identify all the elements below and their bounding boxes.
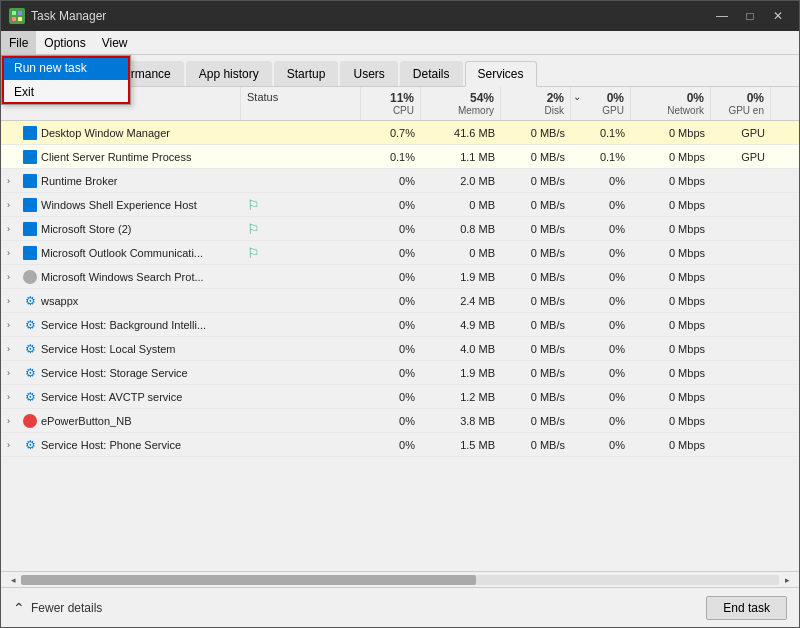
status-dot: ⚐ [247, 221, 260, 237]
fewer-details-button[interactable]: ⌃ Fewer details [13, 600, 102, 616]
table-row[interactable]: › Microsoft Windows Search Prot... 0% 1.… [1, 265, 799, 289]
process-memory: 1.9 MB [421, 367, 501, 379]
col-disk-label: Disk [545, 105, 564, 116]
table-row[interactable]: › ePowerButton_NB 0% 3.8 MB 0 MB/s 0% 0 … [1, 409, 799, 433]
fewer-details-label: Fewer details [31, 601, 102, 615]
tab-users[interactable]: Users [340, 61, 397, 86]
col-cpu[interactable]: 11% CPU [361, 87, 421, 120]
process-cpu: 0% [361, 199, 421, 211]
process-icon [23, 126, 37, 140]
process-memory: 4.0 MB [421, 343, 501, 355]
chevron-up-icon: ⌃ [13, 600, 25, 616]
table-row[interactable]: Client Server Runtime Process 0.1% 1.1 M… [1, 145, 799, 169]
table-row[interactable]: › Microsoft Store (2) ⚐ 0% 0.8 MB 0 MB/s… [1, 217, 799, 241]
process-icon: ⚙ [23, 438, 37, 452]
tab-services[interactable]: Services [465, 61, 537, 87]
svg-rect-2 [12, 17, 16, 21]
process-icon: ⚙ [23, 294, 37, 308]
table-row[interactable]: Desktop Window Manager 0.7% 41.6 MB 0 MB… [1, 121, 799, 145]
col-gpuen[interactable]: 0% GPU en [711, 87, 771, 120]
process-name: Desktop Window Manager [1, 126, 241, 140]
process-gpu: 0.1% [571, 151, 631, 163]
run-new-task-item[interactable]: Run new task [2, 56, 130, 80]
process-cpu: 0% [361, 175, 421, 187]
tab-app-history[interactable]: App history [186, 61, 272, 86]
end-task-button[interactable]: End task [706, 596, 787, 620]
process-gpu: 0% [571, 415, 631, 427]
process-network: 0 Mbps [631, 439, 711, 451]
process-disk: 0 MB/s [501, 271, 571, 283]
exit-item[interactable]: Exit [2, 80, 130, 104]
col-network-pct: 0% [687, 91, 704, 105]
process-icon [23, 270, 37, 284]
app-icon [9, 8, 25, 24]
process-icon: ⚙ [23, 342, 37, 356]
process-network: 0 Mbps [631, 199, 711, 211]
status-dot: ⚐ [247, 245, 260, 261]
process-gpu: 0% [571, 367, 631, 379]
process-cpu: 0% [361, 319, 421, 331]
process-gpu: 0% [571, 343, 631, 355]
process-cpu: 0% [361, 391, 421, 403]
table-row[interactable]: › Microsoft Outlook Communicati... ⚐ 0% … [1, 241, 799, 265]
col-gpu[interactable]: ⌄ 0% GPU [571, 87, 631, 120]
process-memory: 2.0 MB [421, 175, 501, 187]
process-name: › ePowerButton_NB [1, 414, 241, 428]
process-network: 0 Mbps [631, 223, 711, 235]
status-dot: ⚐ [247, 197, 260, 213]
minimize-button[interactable]: — [709, 6, 735, 26]
col-memory[interactable]: 54% Memory [421, 87, 501, 120]
col-network[interactable]: 0% Network [631, 87, 711, 120]
col-status[interactable]: Status [241, 87, 361, 120]
expand-icon: › [7, 368, 19, 378]
process-icon: ⚙ [23, 318, 37, 332]
process-cpu: 0% [361, 223, 421, 235]
col-memory-pct: 54% [470, 91, 494, 105]
process-network: 0 Mbps [631, 391, 711, 403]
menu-file[interactable]: File [1, 31, 36, 54]
process-status: ⚐ [241, 221, 361, 237]
process-gpu: 0% [571, 223, 631, 235]
tab-details[interactable]: Details [400, 61, 463, 86]
table-row[interactable]: › ⚙ Service Host: Background Intelli... … [1, 313, 799, 337]
table-row[interactable]: › Windows Shell Experience Host ⚐ 0% 0 M… [1, 193, 799, 217]
table-row[interactable]: › ⚙ wsappx 0% 2.4 MB 0 MB/s 0% 0 Mbps [1, 289, 799, 313]
col-disk[interactable]: 2% Disk [501, 87, 571, 120]
process-gpu: 0% [571, 271, 631, 283]
process-gpu: 0% [571, 391, 631, 403]
process-disk: 0 MB/s [501, 223, 571, 235]
scroll-right-button[interactable]: ▸ [779, 572, 795, 588]
process-icon [23, 222, 37, 236]
process-icon [23, 246, 37, 260]
process-name: › ⚙ Service Host: AVCTP service [1, 390, 241, 404]
process-name: › ⚙ Service Host: Local System [1, 342, 241, 356]
table-row[interactable]: › ⚙ Service Host: AVCTP service 0% 1.2 M… [1, 385, 799, 409]
process-memory: 41.6 MB [421, 127, 501, 139]
table-row[interactable]: › Runtime Broker 0% 2.0 MB 0 MB/s 0% 0 M… [1, 169, 799, 193]
table-row[interactable]: › ⚙ Service Host: Local System 0% 4.0 MB… [1, 337, 799, 361]
process-memory: 0 MB [421, 199, 501, 211]
menu-view[interactable]: View [94, 31, 136, 54]
process-name: › Microsoft Outlook Communicati... [1, 246, 241, 260]
process-gpu: 0% [571, 295, 631, 307]
process-disk: 0 MB/s [501, 343, 571, 355]
col-gpu-pct: 0% [607, 91, 624, 105]
process-disk: 0 MB/s [501, 391, 571, 403]
process-cpu: 0% [361, 415, 421, 427]
scroll-left-button[interactable]: ◂ [5, 572, 21, 588]
process-memory: 1.5 MB [421, 439, 501, 451]
process-network: 0 Mbps [631, 175, 711, 187]
col-gpuen-pct: 0% [747, 91, 764, 105]
expand-icon: › [7, 416, 19, 426]
table-row[interactable]: › ⚙ Service Host: Phone Service 0% 1.5 M… [1, 433, 799, 457]
tab-startup[interactable]: Startup [274, 61, 339, 86]
maximize-button[interactable]: □ [737, 6, 763, 26]
horizontal-scrollbar[interactable] [21, 575, 779, 585]
process-name: › ⚙ Service Host: Background Intelli... [1, 318, 241, 332]
process-icon: ⚙ [23, 366, 37, 380]
scrollbar-area: ◂ ▸ [1, 571, 799, 587]
col-gpuen-label: GPU en [728, 105, 764, 116]
close-button[interactable]: ✕ [765, 6, 791, 26]
menu-options[interactable]: Options [36, 31, 93, 54]
table-row[interactable]: › ⚙ Service Host: Storage Service 0% 1.9… [1, 361, 799, 385]
